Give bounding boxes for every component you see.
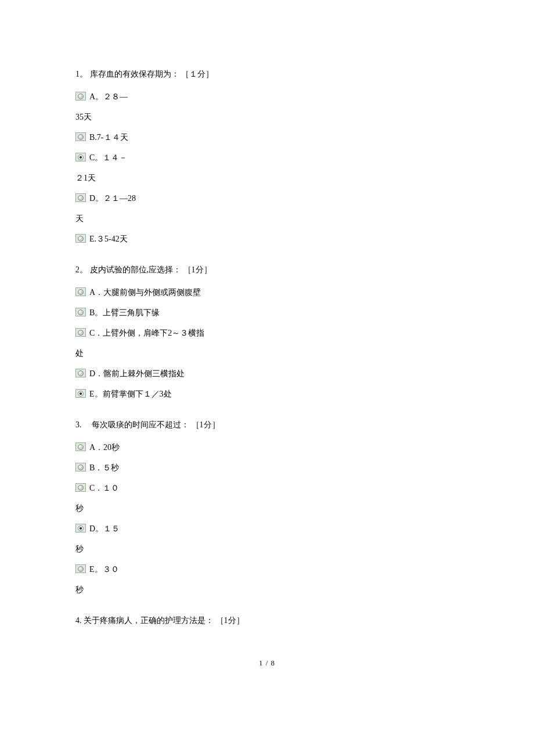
question-block: 3. 每次吸痰的时间应不超过： ［1分］A．20秒B．５秒C．１０秒D。１５秒E… <box>75 415 459 600</box>
option-wrap-text: ２1天 <box>75 168 459 188</box>
radio-button[interactable] <box>75 132 86 141</box>
radio-unselected-icon <box>78 566 84 572</box>
option-label: A．大腿前侧与外侧或两侧腹壁 <box>89 282 201 303</box>
option-wrap-text: 35天 <box>75 107 459 127</box>
radio-button[interactable] <box>75 308 86 316</box>
radio-button[interactable] <box>75 442 86 451</box>
radio-button[interactable] <box>75 234 86 243</box>
option-row: B。上臂三角肌下缘 <box>75 303 459 323</box>
option-wrap-text: 秒 <box>75 579 459 600</box>
option-label: B．５秒 <box>89 458 119 478</box>
radio-button[interactable] <box>75 389 86 398</box>
option-row: D。１５秒 <box>75 519 459 559</box>
radio-unselected-icon <box>78 485 84 491</box>
option-label: C。１４－ <box>89 147 127 168</box>
option-label: A．20秒 <box>89 437 120 458</box>
radio-unselected-icon <box>78 370 84 376</box>
radio-unselected-icon <box>78 289 84 295</box>
option-row: C．上臂外侧，肩峰下2～３横指处 <box>75 323 459 363</box>
option-row: D。２１—28天 <box>75 188 459 229</box>
question-block: 2。 皮内试验的部位,应选择： ［1分］A．大腿前侧与外侧或两侧腹壁B。上臂三角… <box>75 260 459 404</box>
question-text: 2。 皮内试验的部位,应选择： ［1分］ <box>75 260 459 280</box>
option-row: B.7-１４天 <box>75 127 459 147</box>
option-label: A。２８— <box>89 87 128 107</box>
option-wrap-text: 秒 <box>75 539 459 559</box>
option-row: E。３０秒 <box>75 559 459 600</box>
radio-button[interactable] <box>75 92 86 100</box>
radio-unselected-icon <box>78 134 84 140</box>
option-label: B.7-１４天 <box>89 127 128 147</box>
radio-unselected-icon <box>78 444 84 450</box>
option-row: C。１４－２1天 <box>75 147 459 188</box>
option-label: D。１５ <box>89 519 120 539</box>
question-block: 4. 关于疼痛病人，正确的护理方法是： ［1分］ <box>75 610 459 631</box>
option-row: D．髂前上棘外侧三横指处 <box>75 363 459 384</box>
radio-selected-icon <box>78 525 84 531</box>
question-text: 1。 库存血的有效保存期为： ［１分］ <box>75 64 459 84</box>
radio-button[interactable] <box>75 153 86 161</box>
option-row: B．５秒 <box>75 458 459 478</box>
radio-button[interactable] <box>75 483 86 492</box>
option-label: D．髂前上棘外侧三横指处 <box>89 363 185 384</box>
radio-unselected-icon <box>78 465 84 470</box>
radio-selected-icon <box>78 391 84 397</box>
radio-button[interactable] <box>75 463 86 471</box>
question-text: 3. 每次吸痰的时间应不超过： ［1分］ <box>75 415 459 435</box>
radio-button[interactable] <box>75 524 86 532</box>
option-row: E。前臂掌侧下１／3处 <box>75 384 459 404</box>
option-label: E。３０ <box>89 559 119 579</box>
option-wrap-text: 处 <box>75 343 459 363</box>
radio-selected-icon <box>78 154 84 160</box>
page-content: 1。 库存血的有效保存期为： ［１分］A。２８—35天B.7-１４天C。１４－２… <box>0 0 534 708</box>
option-row: C．１０秒 <box>75 478 459 519</box>
radio-button[interactable] <box>75 328 86 337</box>
option-wrap-text: 天 <box>75 208 459 229</box>
radio-unselected-icon <box>78 309 84 315</box>
radio-unselected-icon <box>78 93 84 99</box>
question-block: 1。 库存血的有效保存期为： ［１分］A。２８—35天B.7-１４天C。１４－２… <box>75 64 459 249</box>
option-row: A．大腿前侧与外侧或两侧腹壁 <box>75 282 459 303</box>
option-row: A．20秒 <box>75 437 459 458</box>
radio-button[interactable] <box>75 193 86 202</box>
option-label: C．１０ <box>89 478 119 498</box>
question-text: 4. 关于疼痛病人，正确的护理方法是： ［1分］ <box>75 610 459 631</box>
option-label: E。前臂掌侧下１／3处 <box>89 384 172 404</box>
option-label: E.３5-42天 <box>89 229 128 249</box>
option-label: C．上臂外侧，肩峰下2～３横指 <box>89 323 204 343</box>
page-footer: 1 / 8 <box>75 654 459 673</box>
option-label: B。上臂三角肌下缘 <box>89 303 160 323</box>
radio-unselected-icon <box>78 330 84 336</box>
radio-button[interactable] <box>75 287 86 296</box>
radio-button[interactable] <box>75 564 86 573</box>
option-row: E.３5-42天 <box>75 229 459 249</box>
option-row: A。２８—35天 <box>75 87 459 127</box>
radio-unselected-icon <box>78 195 84 201</box>
option-label: D。２１—28 <box>89 188 136 208</box>
radio-unselected-icon <box>78 236 84 242</box>
option-wrap-text: 秒 <box>75 498 459 519</box>
radio-button[interactable] <box>75 369 86 377</box>
